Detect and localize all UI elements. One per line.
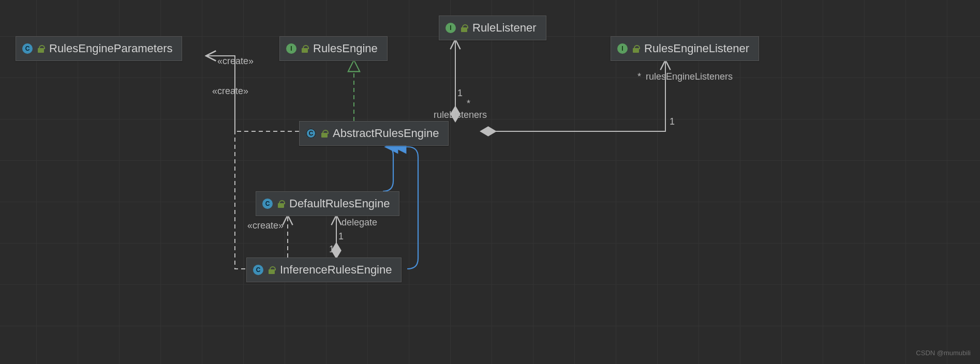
node-title: RuleListener	[472, 21, 537, 35]
lock-icon	[461, 24, 467, 32]
lock-icon	[633, 45, 639, 52]
interface-icon: I	[617, 43, 628, 54]
class-icon: C	[22, 43, 33, 54]
abstract-class-icon: C	[306, 128, 316, 139]
lock-icon	[302, 45, 308, 52]
node-title: InferenceRulesEngine	[280, 263, 392, 277]
node-title: DefaultRulesEngine	[289, 197, 390, 210]
node-rules-engine-listener[interactable]: I RulesEngineListener	[611, 36, 759, 61]
node-inference-rules-engine[interactable]: C InferenceRulesEngine	[246, 257, 402, 282]
label-create-1: «create»	[217, 56, 254, 67]
label-rulelisteners-1: 1	[457, 88, 463, 99]
node-rules-engine[interactable]: I RulesEngine	[279, 36, 388, 61]
node-rules-engine-parameters[interactable]: C RulesEngineParameters	[16, 36, 182, 61]
node-title: RulesEngine	[313, 42, 378, 55]
node-default-rules-engine[interactable]: C DefaultRulesEngine	[256, 191, 399, 216]
node-title: RulesEngineListener	[644, 42, 749, 55]
lock-icon	[321, 130, 328, 137]
label-rulelisteners-star: *	[467, 98, 470, 109]
lock-icon	[38, 45, 44, 52]
lock-icon	[278, 200, 284, 207]
node-rule-listener[interactable]: I RuleListener	[439, 16, 546, 40]
class-icon: C	[262, 199, 273, 209]
watermark: CSDN @mumubili	[916, 349, 971, 357]
label-elisteners-1: 1	[670, 116, 675, 127]
class-icon: C	[253, 265, 263, 275]
label-delegate-1b: 1	[329, 244, 334, 255]
lock-icon	[269, 266, 275, 274]
interface-icon: I	[286, 43, 296, 54]
label-create-2: «create»	[212, 86, 248, 97]
label-delegate-role: delegate	[341, 217, 377, 228]
node-abstract-rules-engine[interactable]: C AbstractRulesEngine	[299, 121, 449, 146]
label-rulelisteners-role: ruleListeners	[434, 110, 487, 120]
interface-icon: I	[446, 23, 456, 33]
node-title: AbstractRulesEngine	[333, 127, 439, 140]
label-delegate-1a: 1	[338, 231, 344, 242]
node-title: RulesEngineParameters	[49, 42, 172, 55]
label-create-3: «create»	[247, 220, 284, 231]
label-elisteners-role: rulesEngineListeners	[646, 71, 733, 82]
label-elisteners-star: *	[637, 71, 641, 82]
